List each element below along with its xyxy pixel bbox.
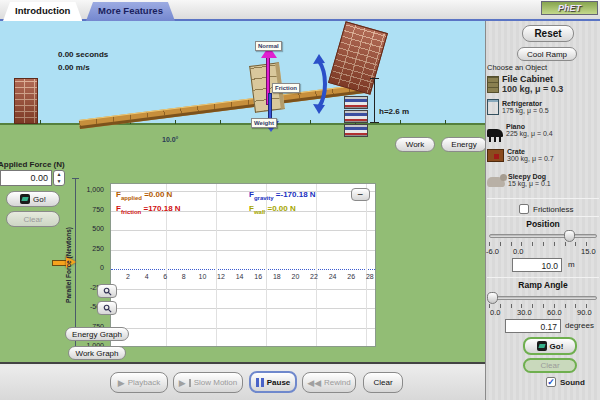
ramp-angle-label: 10.0°: [162, 136, 178, 143]
panel-go-label: Go!: [550, 342, 564, 351]
gridline-v: [316, 184, 317, 347]
x-tick-label: 26: [347, 273, 355, 280]
applied-force-input[interactable]: 0.00: [0, 170, 52, 186]
gridline-h: [111, 250, 376, 251]
jack-stack: [344, 95, 368, 137]
position-slider-thumb[interactable]: [564, 230, 575, 242]
x-tick-label: 12: [217, 273, 225, 280]
spinner-up-icon[interactable]: ▲: [54, 171, 64, 178]
object-item-sleepy-dog[interactable]: Sleepy Dog15 kg, μ = 0.1: [487, 173, 599, 187]
object-item-crate[interactable]: Crate300 kg, μ = 0.7: [487, 148, 599, 162]
rotate-ramp-arrow[interactable]: [305, 53, 331, 115]
position-slider-ticks: [489, 242, 597, 246]
ramp-angle-slider-thumb[interactable]: [487, 292, 498, 304]
work-graph-button[interactable]: Work Graph: [68, 346, 126, 360]
spinner-down-icon[interactable]: ▼: [54, 178, 64, 185]
panel-go-button[interactable]: Go!: [523, 337, 577, 355]
minimize-graph-button[interactable]: −: [351, 188, 370, 201]
energy-button[interactable]: Energy: [441, 137, 485, 152]
height-label: h=2.6 m: [379, 107, 409, 116]
gridline-h: [111, 308, 376, 309]
object-item-piano[interactable]: Piano225 kg, μ = 0.4: [487, 123, 599, 137]
applied-force-label: Applied Force (N): [0, 160, 65, 169]
sleepy-dog-icon: [487, 177, 505, 187]
x-tick-label: 24: [329, 273, 337, 280]
position-tick-min: -6.0: [486, 247, 499, 256]
rewind-label: Rewind: [324, 378, 351, 387]
tab-introduction[interactable]: Introduction: [3, 2, 82, 21]
rewind-button[interactable]: ◀◀ Rewind: [302, 372, 356, 393]
simulation-area: 0.00 seconds 0.00 m/s Normal Friction We…: [0, 21, 485, 364]
divider: [487, 277, 599, 278]
y-tick-label: 750: [92, 206, 104, 213]
go-icon: [20, 194, 30, 204]
clear-button[interactable]: Clear: [363, 372, 403, 393]
x-tick-label: 20: [291, 273, 299, 280]
sound-checkbox[interactable]: ✓: [546, 377, 556, 387]
ramp-angle-input[interactable]: 0.17: [505, 319, 561, 333]
friction-label: Friction: [272, 83, 300, 93]
magnifier-icon: [103, 304, 112, 313]
reset-button[interactable]: Reset: [522, 25, 574, 42]
readout-f-gravity: Fgravity =-170.18 N: [249, 190, 316, 201]
gridline-h: [111, 230, 376, 231]
gridline-h: [111, 289, 376, 290]
gridline-v: [366, 184, 367, 347]
y-tick-label: 250: [92, 245, 104, 252]
rewind-icon: ◀◀: [307, 378, 321, 388]
panel-clear-button[interactable]: Clear: [523, 358, 577, 373]
position-slider-track[interactable]: [489, 234, 597, 238]
object-item-file-cabinet[interactable]: File Cabinet100 kg, μ = 0.3: [487, 74, 599, 94]
cool-ramp-button[interactable]: Cool Ramp: [517, 47, 577, 61]
pause-button[interactable]: Pause: [249, 371, 297, 393]
height-measure-line: [374, 78, 375, 123]
zoom-in-button[interactable]: [97, 284, 117, 298]
position-unit: m: [568, 260, 575, 269]
ramp-angle-tick-0: 0.0: [490, 308, 500, 317]
playback-label: Playback: [128, 378, 160, 387]
weight-label: Weight: [251, 118, 277, 128]
applied-force-go-button[interactable]: Go!: [6, 191, 60, 207]
frictionless-checkbox[interactable]: [519, 204, 529, 214]
check-icon: ✓: [547, 377, 555, 387]
sound-label: Sound: [560, 378, 585, 387]
slow-motion-icon: ▶: [179, 378, 186, 388]
phet-logo: PhET: [541, 1, 598, 15]
x-tick-label: 14: [236, 273, 244, 280]
slow-motion-bar-icon: [189, 379, 191, 387]
plot-area: 246810121416182022242628 Fapplied =0.00 …: [110, 183, 376, 347]
zoom-out-button[interactable]: [97, 301, 117, 315]
slow-motion-label: Slow Motion: [194, 378, 238, 387]
object-item-refrigerator[interactable]: Refrigerator175 kg, μ = 0.5: [487, 99, 599, 115]
tab-more-features[interactable]: More Features: [86, 2, 175, 21]
work-button[interactable]: Work: [395, 137, 435, 152]
ramp-angle-title: Ramp Angle: [487, 280, 599, 290]
gridline-h: [111, 328, 376, 329]
tab-bar: Introduction More Features PhET: [0, 0, 600, 21]
readout-f-applied: Fapplied =0.00 N: [116, 190, 172, 201]
position-input[interactable]: 10.0: [512, 258, 562, 272]
slow-motion-button[interactable]: ▶ Slow Motion: [173, 372, 243, 393]
frictionless-label: Frictionless: [533, 205, 573, 214]
x-tick-label: 22: [310, 273, 318, 280]
readout-f-friction: Ffriction =170.18 N: [116, 204, 181, 215]
x-tick-label: 16: [254, 273, 262, 280]
refrigerator-icon: [487, 99, 499, 115]
x-tick-label: 28: [366, 273, 374, 280]
magnifier-icon: [103, 287, 112, 296]
playback-bar: ▶ Playback ▶ Slow Motion Pause ◀◀ Rewind…: [0, 366, 485, 400]
playback-button[interactable]: ▶ Playback: [110, 372, 168, 393]
choose-object-label: Choose an Object: [487, 63, 547, 72]
y-tick-label: 0: [100, 264, 104, 271]
readout-f-wall: Fwall =0.00 N: [249, 204, 296, 215]
energy-graph-button[interactable]: Energy Graph: [65, 327, 129, 341]
go-button-label: Go!: [33, 195, 46, 204]
x-tick-label: 8: [182, 273, 186, 280]
time-readout: 0.00 seconds: [58, 50, 108, 59]
applied-force-clear-button[interactable]: Clear: [6, 211, 60, 227]
ramp-angle-tick-30: 30.0: [517, 308, 532, 317]
go-icon: [537, 341, 547, 351]
ramp-angle-slider-track[interactable]: [489, 296, 597, 300]
piano-icon: [487, 129, 503, 137]
position-tick-max: 15.0: [581, 247, 596, 256]
